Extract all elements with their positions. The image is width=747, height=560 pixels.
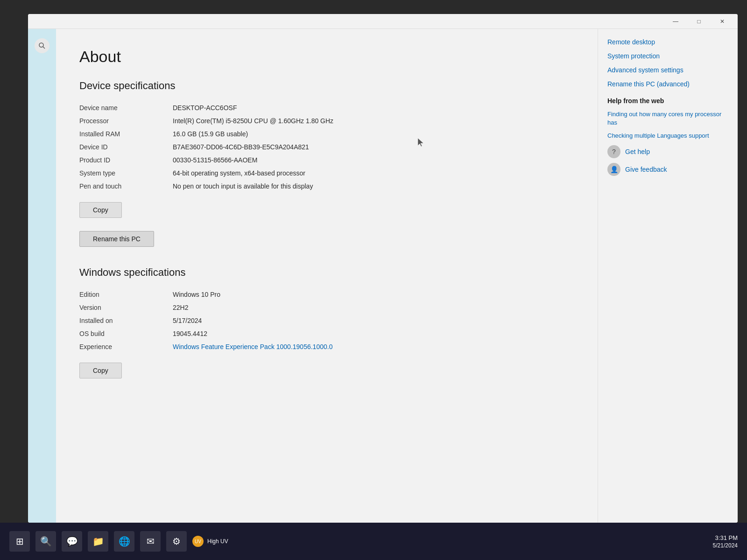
maximize-button[interactable]: □	[688, 15, 710, 28]
device-specs-title: Device specifications	[79, 80, 574, 92]
spec-label: Installed on	[79, 314, 173, 327]
window-controls: — □ ✕	[665, 15, 733, 28]
spec-value: 5/17/2024	[173, 314, 574, 327]
spec-label: Installed RAM	[79, 127, 173, 140]
clock-date: 5/21/2024	[713, 542, 738, 549]
taskview-button[interactable]: 💬	[62, 531, 82, 552]
windows-copy-button[interactable]: Copy	[79, 363, 122, 378]
right-panel-link[interactable]: Remote desktop	[607, 38, 728, 46]
spec-value: 64-bit operating system, x64-based proce…	[173, 167, 574, 180]
main-content: About Device specifications Device nameD…	[56, 29, 598, 523]
spec-value[interactable]: Windows Feature Experience Pack 1000.190…	[173, 340, 574, 353]
table-row: Pen and touchNo pen or touch input is av…	[79, 180, 574, 193]
taskbar: ⊞ 🔍 💬 📁 🌐 ✉ ⚙ UV High UV 3:31 PM 5/21/20…	[0, 523, 747, 560]
spec-value: B7AE3607-DD06-4C6D-BB39-E5C9A204A821	[173, 140, 574, 154]
spec-label: Version	[79, 301, 173, 314]
help-link[interactable]: Checking multiple Languages support	[607, 132, 728, 140]
table-row: Product ID00330-51315-86566-AAOEM	[79, 154, 574, 167]
icon-link-label[interactable]: Give feedback	[625, 166, 667, 173]
spec-label: Device name	[79, 101, 173, 114]
start-button[interactable]: ⊞	[9, 531, 30, 552]
browser-button[interactable]: 🌐	[114, 531, 134, 552]
spec-label: Experience	[79, 340, 173, 353]
table-row: EditionWindows 10 Pro	[79, 288, 574, 301]
high-uv-indicator: UV	[192, 536, 204, 547]
minimize-button[interactable]: —	[665, 15, 686, 28]
spec-label: Device ID	[79, 140, 173, 154]
table-row: OS build19045.4412	[79, 327, 574, 340]
table-row: Installed RAM16.0 GB (15.9 GB usable)	[79, 127, 574, 140]
spec-label: Processor	[79, 114, 173, 127]
right-panel: Remote desktopSystem protectionAdvanced …	[598, 29, 738, 523]
right-panel-link[interactable]: System protection	[607, 52, 728, 60]
icon-link-icon: 👤	[607, 163, 620, 176]
rename-pc-button[interactable]: Rename this PC	[79, 231, 154, 247]
spec-label: System type	[79, 167, 173, 180]
mail-button[interactable]: ✉	[140, 531, 161, 552]
spec-value: 16.0 GB (15.9 GB usable)	[173, 127, 574, 140]
table-row: Device nameDESKTOP-ACC6OSF	[79, 101, 574, 114]
help-section-title: Help from the web	[607, 97, 728, 105]
spec-value: Intel(R) Core(TM) i5-8250U CPU @ 1.60GHz…	[173, 114, 574, 127]
help-link[interactable]: Finding out how many cores my processor …	[607, 110, 728, 127]
svg-point-0	[39, 43, 43, 47]
close-button[interactable]: ✕	[712, 15, 733, 28]
spec-value: No pen or touch input is available for t…	[173, 180, 574, 193]
icon-link-row: ?Get help	[607, 145, 728, 158]
settings-taskbar-button[interactable]: ⚙	[166, 531, 187, 552]
spec-label: Edition	[79, 288, 173, 301]
spec-value: 00330-51315-86566-AAOEM	[173, 154, 574, 167]
windows-specs-section: Windows specifications EditionWindows 10…	[79, 266, 574, 384]
icon-link-row: 👤Give feedback	[607, 163, 728, 176]
device-specs-table: Device nameDESKTOP-ACC6OSFProcessorIntel…	[79, 101, 574, 193]
windows-specs-table: EditionWindows 10 ProVersion22H2Installe…	[79, 288, 574, 353]
spec-value: 22H2	[173, 301, 574, 314]
table-row: ProcessorIntel(R) Core(TM) i5-8250U CPU …	[79, 114, 574, 127]
table-row: System type64-bit operating system, x64-…	[79, 167, 574, 180]
search-icon[interactable]	[35, 38, 49, 53]
device-copy-button[interactable]: Copy	[79, 202, 122, 218]
table-row: Version22H2	[79, 301, 574, 314]
spec-value: 19045.4412	[173, 327, 574, 340]
content-area: About Device specifications Device nameD…	[28, 29, 738, 523]
page-title: About	[79, 48, 574, 66]
spec-label: Product ID	[79, 154, 173, 167]
high-uv-label: High UV	[207, 538, 228, 545]
spec-value: Windows 10 Pro	[173, 288, 574, 301]
table-row: Installed on5/17/2024	[79, 314, 574, 327]
right-panel-link[interactable]: Advanced system settings	[607, 66, 728, 74]
icon-link-label[interactable]: Get help	[625, 148, 650, 155]
taskbar-clock[interactable]: 3:31 PM 5/21/2024	[713, 534, 738, 549]
table-row: Device IDB7AE3607-DD06-4C6D-BB39-E5C9A20…	[79, 140, 574, 154]
spec-label: OS build	[79, 327, 173, 340]
clock-time: 3:31 PM	[713, 534, 738, 541]
sidebar	[28, 29, 56, 523]
windows-specs-title: Windows specifications	[79, 266, 574, 279]
title-bar: — □ ✕	[28, 14, 738, 29]
system-tray: UV High UV	[192, 536, 228, 547]
icon-link-icon: ?	[607, 145, 620, 158]
explorer-button[interactable]: 📁	[88, 531, 108, 552]
table-row: ExperienceWindows Feature Experience Pac…	[79, 340, 574, 353]
windows-settings-window: — □ ✕ About Device specifications Device…	[28, 14, 738, 523]
right-panel-link[interactable]: Rename this PC (advanced)	[607, 80, 728, 88]
svg-line-1	[43, 47, 45, 49]
search-taskbar-button[interactable]: 🔍	[35, 531, 56, 552]
spec-label: Pen and touch	[79, 180, 173, 193]
spec-value: DESKTOP-ACC6OSF	[173, 101, 574, 114]
